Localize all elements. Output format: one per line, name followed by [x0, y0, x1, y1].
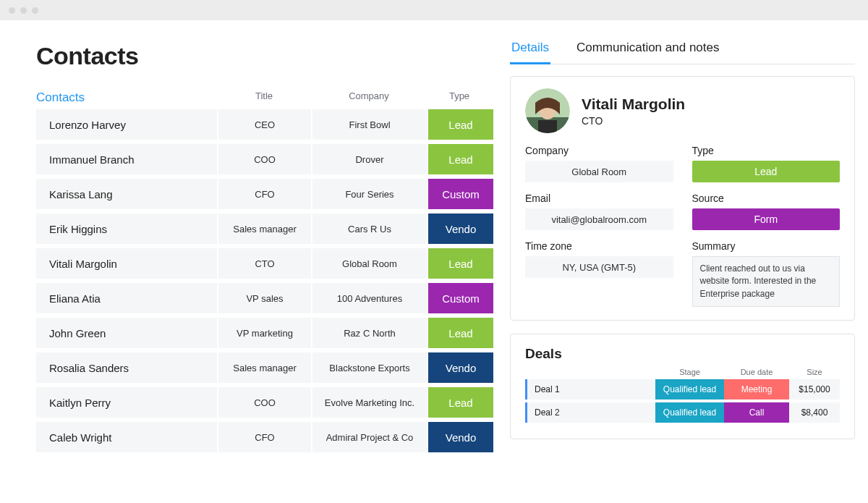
cell-title: CFO: [218, 422, 311, 452]
col-header-due[interactable]: Due date: [724, 368, 789, 376]
window-chrome: [0, 0, 868, 20]
contacts-panel: Contacts Contacts Title Company Type Lor…: [0, 20, 493, 503]
contact-card: Vitali Margolin CTO Company Global Room …: [510, 76, 855, 321]
cell-company: Global Room: [312, 248, 427, 279]
cell-company: Raz C North: [312, 318, 427, 348]
cell-name: Kaitlyn Perry: [39, 387, 217, 418]
deal-stage[interactable]: Qualified lead: [655, 402, 724, 423]
deal-stage[interactable]: Qualified lead: [655, 379, 724, 400]
cell-name: Rosalia Sanders: [39, 352, 217, 383]
deal-size: $15,000: [789, 379, 840, 400]
table-row[interactable]: Vitali MargolinCTOGlobal RoomLead: [36, 248, 493, 279]
cell-type[interactable]: Vendo: [428, 422, 493, 452]
cell-title: CFO: [218, 179, 311, 209]
label-summary: Summary: [692, 240, 841, 252]
cell-company: Four Series: [312, 179, 427, 209]
cell-company: Cars R Us: [312, 214, 427, 244]
cell-type[interactable]: Lead: [428, 387, 493, 418]
table-row[interactable]: John GreenVP marketingRaz C NorthLead: [36, 318, 493, 348]
table-row[interactable]: Immanuel BranchCOODroverLead: [36, 144, 493, 174]
cell-company: Blackstone Exports: [312, 352, 427, 383]
col-header-size[interactable]: Size: [789, 368, 840, 376]
label-timezone: Time zone: [525, 240, 673, 252]
svg-rect-4: [538, 120, 557, 133]
avatar: [525, 88, 570, 133]
cell-type[interactable]: Lead: [428, 248, 493, 279]
cell-company: 100 Adventures: [312, 283, 427, 313]
cell-title: CTO: [218, 248, 311, 279]
cell-type[interactable]: Lead: [428, 109, 493, 140]
cell-company: Admiral Project & Co: [312, 422, 427, 452]
deal-size: $8,400: [789, 402, 840, 423]
value-company[interactable]: Global Room: [525, 161, 673, 182]
col-header-title[interactable]: Title: [217, 90, 311, 105]
cell-type[interactable]: Lead: [428, 144, 493, 174]
detail-panel: Details Communication and notes: [493, 20, 868, 503]
cell-name: Erik Higgins: [39, 214, 217, 244]
value-summary[interactable]: Client reached out to us via website for…: [692, 256, 841, 307]
contact-role: CTO: [582, 115, 685, 127]
cell-name: Caleb Wright: [39, 422, 217, 452]
deal-due[interactable]: Call: [724, 402, 789, 423]
cell-title: VP sales: [218, 283, 311, 313]
deal-name: Deal 2: [527, 402, 655, 423]
label-source: Source: [692, 193, 841, 204]
deal-row[interactable]: Deal 2Qualified leadCall$8,400: [525, 402, 840, 423]
cell-company: Evolve Marketing Inc.: [312, 387, 427, 418]
deals-title: Deals: [525, 346, 840, 362]
cell-type[interactable]: Custom: [428, 179, 493, 209]
label-type: Type: [692, 145, 841, 156]
value-email[interactable]: vitali@globalroom.com: [525, 208, 673, 230]
deal-due[interactable]: Meeting: [724, 379, 789, 400]
table-row[interactable]: Caleb WrightCFOAdmiral Project & CoVendo: [36, 422, 493, 452]
table-row[interactable]: Rosalia SandersSales managerBlackstone E…: [36, 352, 493, 383]
col-header-stage[interactable]: Stage: [655, 368, 724, 376]
cell-title: Sales manager: [218, 352, 311, 383]
tab-communication[interactable]: Communication and notes: [575, 38, 721, 64]
cell-name: John Green: [39, 318, 217, 348]
cell-type[interactable]: Custom: [428, 283, 493, 313]
cell-title: VP marketing: [218, 318, 311, 348]
contacts-header: Contacts Title Company Type: [36, 90, 493, 105]
cell-name: Karissa Lang: [39, 179, 217, 209]
table-row[interactable]: Lorenzo HarveyCEOFirst BowlLead: [36, 109, 493, 140]
cell-title: COO: [218, 387, 311, 418]
deal-row[interactable]: Deal 1Qualified leadMeeting$15,000: [525, 379, 840, 400]
cell-type[interactable]: Vendo: [428, 352, 493, 383]
value-type[interactable]: Lead: [692, 161, 841, 182]
cell-company: Drover: [312, 144, 427, 174]
cell-name: Lorenzo Harvey: [39, 109, 217, 140]
deals-card: Deals Stage Due date Size Deal 1Qualifie…: [510, 334, 855, 439]
window-dot: [32, 7, 38, 14]
table-row[interactable]: Erik HigginsSales managerCars R UsVendo: [36, 214, 493, 244]
cell-title: CEO: [218, 109, 311, 140]
table-row[interactable]: Eliana AtiaVP sales100 AdventuresCustom: [36, 283, 493, 313]
window-dot: [9, 7, 15, 14]
cell-company: First Bowl: [312, 109, 427, 140]
cell-name: Eliana Atia: [39, 283, 217, 313]
deal-name: Deal 1: [527, 379, 655, 400]
value-timezone[interactable]: NY, USA (GMT-5): [525, 256, 673, 278]
page-title: Contacts: [36, 42, 493, 70]
cell-type[interactable]: Lead: [428, 318, 493, 348]
label-company: Company: [525, 145, 673, 156]
col-header-type[interactable]: Type: [427, 90, 492, 105]
table-row[interactable]: Kaitlyn PerryCOOEvolve Marketing Inc.Lea…: [36, 387, 493, 418]
cell-title: Sales manager: [218, 214, 311, 244]
tabs: Details Communication and notes: [510, 38, 855, 64]
cell-type[interactable]: Vendo: [428, 214, 493, 244]
table-row[interactable]: Karissa LangCFOFour SeriesCustom: [36, 179, 493, 209]
col-header-name[interactable]: Contacts: [36, 90, 217, 105]
value-source[interactable]: Form: [692, 208, 841, 230]
label-email: Email: [525, 193, 673, 204]
cell-name: Vitali Margolin: [39, 248, 217, 279]
tab-details[interactable]: Details: [510, 38, 550, 64]
col-header-company[interactable]: Company: [311, 90, 427, 105]
contact-name: Vitali Margolin: [582, 95, 685, 113]
cell-title: COO: [218, 144, 311, 174]
cell-name: Immanuel Branch: [39, 144, 217, 174]
deals-header: Stage Due date Size: [525, 368, 840, 376]
window-dot: [20, 7, 27, 14]
